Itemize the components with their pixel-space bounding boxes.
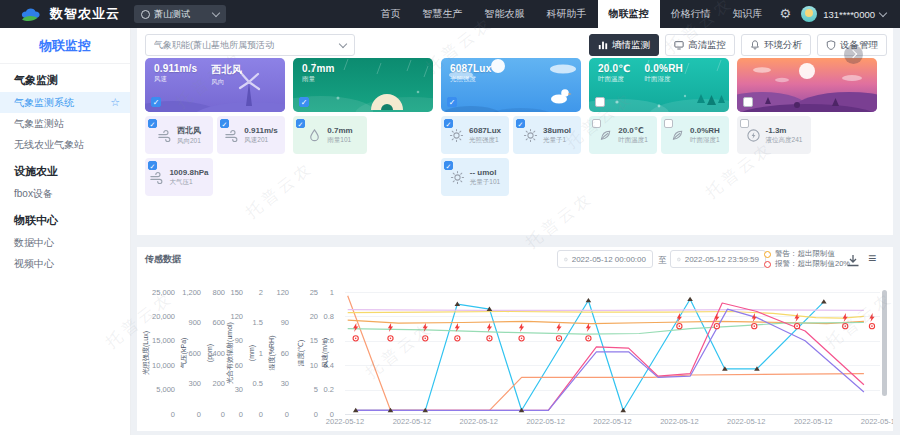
nav-item[interactable]: 知识库 bbox=[722, 0, 774, 28]
weather-card[interactable]: 0.7mm雨量✓ bbox=[293, 58, 433, 112]
card-values: 0.7mm雨量 bbox=[302, 63, 335, 84]
toolbar-button[interactable]: 墒情监测 bbox=[589, 34, 659, 56]
tile-checkbox[interactable]: ✓ bbox=[148, 161, 157, 170]
clock-icon bbox=[677, 255, 681, 264]
location-select[interactable]: 萧山测试 bbox=[134, 5, 226, 23]
x-axis-label: 2022-05-12 bbox=[651, 417, 707, 426]
sidebar-section-header[interactable]: 气象监测 bbox=[0, 64, 130, 92]
chevron-down-icon bbox=[879, 9, 887, 17]
sensor-tile[interactable]: 20.0℃叶面温度1 bbox=[589, 116, 657, 154]
card-checkbox[interactable]: ✓ bbox=[299, 97, 309, 107]
tile-checkbox[interactable]: ✓ bbox=[220, 119, 229, 128]
y-axis-name: (ppm) bbox=[206, 344, 213, 362]
y-axis-tick: 0.2 bbox=[292, 385, 334, 394]
list-icon[interactable]: ≡ bbox=[868, 250, 876, 266]
sensor-tile[interactable]: ✓1009.8hPa大气压1 bbox=[145, 158, 213, 196]
sensor-tile[interactable]: ✓-- umol光量子101 bbox=[441, 158, 509, 196]
date-to-input[interactable]: 2022-05-12 23:59:59 bbox=[670, 250, 766, 268]
sidebar-title: 物联监控 bbox=[0, 28, 130, 64]
nav-item[interactable]: 物联监控 bbox=[598, 0, 660, 28]
sidebar-item[interactable]: 视频中心 bbox=[0, 253, 130, 274]
user-menu[interactable]: 131****0000 bbox=[823, 9, 886, 20]
tile-checkbox[interactable]: ✓ bbox=[148, 119, 157, 128]
sensor-tile[interactable]: ✓0.7mm雨量101 bbox=[293, 116, 367, 154]
nav-item[interactable]: 科研助手 bbox=[536, 0, 598, 28]
y-axis-tick: 60 bbox=[201, 361, 243, 370]
tile-checkbox[interactable]: ✓ bbox=[444, 119, 453, 128]
sidebar-section-header[interactable]: 物联中心 bbox=[0, 204, 130, 232]
weather-card[interactable] bbox=[737, 58, 877, 112]
sidebar-item-label: 视频中心 bbox=[14, 257, 54, 271]
card-checkbox[interactable]: ✓ bbox=[151, 97, 161, 107]
sidebar-section-header[interactable]: 设施农业 bbox=[0, 155, 130, 183]
card-checkbox[interactable] bbox=[743, 97, 753, 107]
chart-plot bbox=[345, 292, 880, 414]
card-checkbox[interactable] bbox=[595, 97, 605, 107]
alarm-dot-icon bbox=[764, 261, 771, 268]
tile-label: 叶面湿度1 bbox=[690, 136, 720, 145]
tile-checkbox[interactable]: ✓ bbox=[444, 161, 453, 170]
tile-checkbox[interactable] bbox=[592, 119, 601, 128]
tile-checkbox[interactable] bbox=[664, 119, 673, 128]
date-from-input[interactable]: 2022-05-12 00:00:00 bbox=[557, 250, 653, 268]
nav-item[interactable]: 智能农服 bbox=[474, 0, 536, 28]
tile-value: 1009.8hPa bbox=[169, 168, 208, 177]
location-label: 萧山测试 bbox=[154, 8, 213, 21]
x-axis-label: 2022-05-12 bbox=[317, 417, 373, 426]
tile-value: 西北风 bbox=[177, 125, 201, 136]
gear-icon[interactable]: ⚙ bbox=[780, 0, 792, 28]
weather-card[interactable]: 6087Lux光照强度✓ bbox=[441, 58, 581, 112]
sidebar-item[interactable]: 无线农业气象站 bbox=[0, 134, 130, 155]
tile-checkbox[interactable] bbox=[740, 119, 749, 128]
star-icon[interactable]: ☆ bbox=[110, 96, 120, 109]
chart-scrollbar[interactable] bbox=[882, 290, 887, 396]
tile-label: 雨量101 bbox=[327, 136, 352, 145]
sidebar-item[interactable]: fbox设备 bbox=[0, 183, 130, 204]
app: 数智农业云 萧山测试 首页智慧生产智能农服科研助手物联监控价格行情知识库 ⚙ 1… bbox=[0, 0, 900, 435]
tile-checkbox[interactable]: ✓ bbox=[516, 119, 525, 128]
tile-checkbox[interactable]: ✓ bbox=[296, 119, 305, 128]
drop-icon bbox=[307, 128, 322, 143]
avatar[interactable] bbox=[801, 6, 817, 22]
y-axis-tick: 400 bbox=[183, 349, 225, 358]
sensor-tile[interactable]: ✓0.911m/s风速201 bbox=[217, 116, 285, 154]
weather-card[interactable]: 20.0℃叶面温度0.0%RH叶面湿度 bbox=[589, 58, 729, 112]
legend-alarm-label: 报警：超出限制值20% bbox=[775, 259, 850, 269]
nav-item[interactable]: 价格行情 bbox=[660, 0, 722, 28]
location-pin-icon bbox=[141, 10, 150, 19]
card-checkbox[interactable]: ✓ bbox=[447, 97, 457, 107]
sidebar-item-label: 数据中心 bbox=[14, 236, 54, 250]
toolbar-button[interactable]: 高清监控 bbox=[665, 34, 735, 56]
wind-icon bbox=[224, 128, 239, 143]
date-to-value: 2022-05-12 23:59:59 bbox=[685, 255, 759, 264]
sidebar-item[interactable]: 数据中心 bbox=[0, 232, 130, 253]
nav-item[interactable]: 智慧生产 bbox=[412, 0, 474, 28]
tile-value: -1.3m bbox=[766, 126, 803, 135]
nav-item[interactable]: 首页 bbox=[370, 0, 412, 28]
bolt-icon bbox=[746, 128, 761, 143]
tile-value: 6087Lux bbox=[469, 126, 501, 135]
card-values: 6087Lux光照强度 bbox=[450, 63, 491, 84]
tile-value: 0.7mm bbox=[327, 126, 352, 135]
wind-icon bbox=[149, 170, 164, 185]
sensor-tile[interactable]: 0.0%RH叶面湿度1 bbox=[661, 116, 729, 154]
chevron-down-icon bbox=[212, 9, 220, 17]
device-select[interactable]: 气象职能(萧山基地所属预活动 bbox=[145, 34, 355, 56]
x-axis-label: 2022-05-12 bbox=[384, 417, 440, 426]
toolbar-button-label: 高清监控 bbox=[688, 39, 726, 52]
sensor-tile[interactable]: ✓6087Lux光照强度1 bbox=[441, 116, 509, 154]
sensor-tile[interactable]: -1.3m液位高度241 bbox=[737, 116, 811, 154]
weather-card[interactable]: 0.911m/s风速西北风风向✓ bbox=[145, 58, 285, 112]
download-icon[interactable] bbox=[846, 254, 860, 267]
sensor-tile[interactable]: ✓西北风风向201 bbox=[145, 116, 213, 154]
card-values: 0.911m/s风速西北风风向 bbox=[154, 63, 242, 87]
sensor-tile[interactable]: ✓38umol光量子1 bbox=[513, 116, 581, 154]
card-next-button[interactable] bbox=[844, 45, 863, 64]
y-axis-tick: 0.8 bbox=[292, 312, 334, 321]
sidebar-item[interactable]: 气象监测站 bbox=[0, 113, 130, 134]
y-axis-tick: 15,000 bbox=[133, 336, 175, 345]
tile-value: 0.911m/s bbox=[244, 126, 277, 135]
sidebar-item[interactable]: 气象监测系统☆ bbox=[0, 92, 130, 113]
x-axis-label: 2022-05-12 bbox=[785, 417, 841, 426]
toolbar-button[interactable]: 环境分析 bbox=[741, 34, 811, 56]
